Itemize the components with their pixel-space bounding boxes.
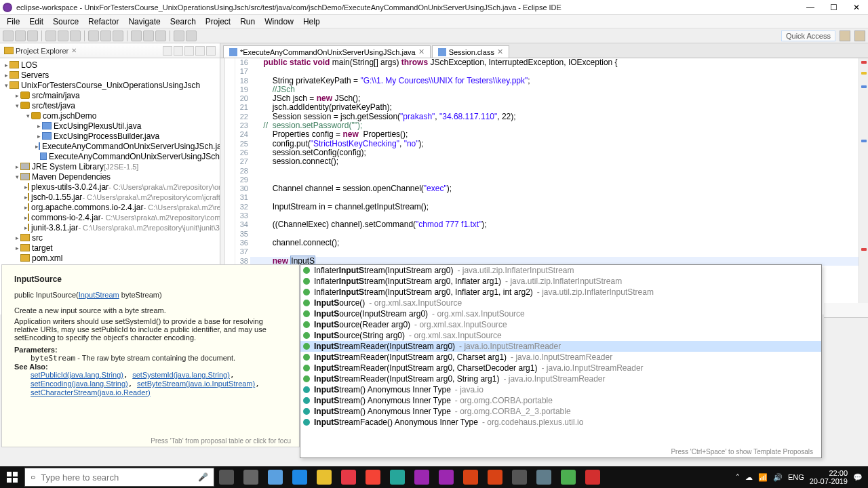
tree-item[interactable]: ▸src	[0, 232, 220, 243]
completion-item[interactable]: InflaterInputStream(InputStream arg0, In…	[300, 276, 821, 287]
close-view-icon[interactable]: ✕	[71, 47, 77, 54]
save-button[interactable]	[15, 30, 26, 41]
minimize-button[interactable]: —	[802, 3, 819, 12]
link-editor-button[interactable]	[174, 46, 183, 56]
completion-item[interactable]: InputSource(InputStream arg0) - org.xml.…	[300, 308, 821, 319]
doc-link[interactable]: setEncoding(java.lang.String)	[31, 380, 128, 388]
tree-item[interactable]: ▸ExcUsingProcessBuilder.java	[0, 131, 220, 141]
taskbar-app[interactable]	[556, 468, 580, 487]
tray-clock[interactable]: 22:00 20-07-2019	[810, 469, 848, 485]
taskbar-app[interactable]	[580, 468, 605, 487]
completion-item[interactable]: InputStream() Anonymous Inner Type - org…	[300, 395, 821, 406]
taskbar-app[interactable]	[458, 468, 483, 487]
debug-button[interactable]	[45, 30, 56, 41]
tree-item[interactable]: ▸org.apache.commons.io-2.4.jar - C:\User…	[0, 202, 220, 212]
completion-item[interactable]: InputStreamReader(InputStream arg0) - ja…	[300, 341, 821, 352]
tree-item[interactable]: ▾com.jschDemo	[0, 110, 220, 121]
search-button[interactable]	[131, 30, 142, 41]
tree-item[interactable]: pom.xml	[0, 253, 220, 263]
taskbar-app[interactable]	[288, 468, 312, 487]
close-tab-icon[interactable]: ✕	[497, 47, 503, 56]
completion-item[interactable]: InputStreamReader(InputStream arg0, Char…	[300, 363, 821, 373]
start-button[interactable]	[0, 466, 24, 488]
tree-twisty[interactable]: ▸	[14, 163, 20, 170]
open-type-button[interactable]	[113, 30, 123, 41]
view-menu-button[interactable]	[184, 46, 194, 56]
tree-item[interactable]: ▸Servers	[0, 70, 220, 80]
maximize-view-button[interactable]	[206, 46, 216, 56]
menu-help[interactable]: Help	[299, 16, 324, 28]
taskbar-app[interactable]	[507, 468, 532, 487]
autocomplete-popup[interactable]: InflaterInputStream(InputStream arg0) - …	[300, 264, 822, 458]
taskbar-app[interactable]	[361, 468, 385, 487]
menu-source[interactable]: Source	[49, 16, 83, 28]
tree-item[interactable]: ▾src/test/java	[0, 100, 220, 110]
coverage-button[interactable]	[70, 30, 81, 41]
tree-twisty[interactable]: ▸	[14, 245, 20, 251]
tree-item[interactable]: ExecuteAnyCommandOnUnixServerUsingJSch	[0, 151, 220, 161]
collapse-all-button[interactable]	[163, 46, 172, 56]
tree-twisty[interactable]: ▸	[35, 133, 42, 140]
toggle-button[interactable]	[143, 30, 154, 41]
tree-twisty[interactable]: ▾	[14, 102, 20, 109]
tree-item[interactable]: ▸src/main/java	[0, 90, 220, 100]
tree-item[interactable]: ▸commons-io-2.4.jar - C:\Users\praka\.m2…	[0, 212, 220, 222]
task-view-button[interactable]	[214, 468, 239, 487]
tree-item[interactable]: ▸junit-3.8.1.jar - C:\Users\praka\.m2\re…	[0, 222, 220, 232]
tree-twisty[interactable]: ▾	[24, 113, 31, 119]
annotate-button[interactable]	[155, 30, 166, 41]
new-button[interactable]	[3, 30, 14, 41]
menu-run[interactable]: Run	[236, 16, 259, 28]
tree-item[interactable]: ▸ExcUsingPlexusUtil.java	[0, 121, 220, 131]
menu-project[interactable]: Project	[201, 16, 235, 28]
tray-notifications-icon[interactable]: 💬	[853, 473, 863, 482]
tree-item[interactable]: ▾Maven Dependencies	[0, 171, 220, 182]
doc-type-link[interactable]: InputStream	[79, 291, 119, 299]
tree-twisty[interactable]: ▸	[3, 72, 9, 79]
tray-volume-icon[interactable]: 🔊	[773, 473, 783, 482]
completion-item[interactable]: InflaterInputStream(InputStream arg0) - …	[300, 265, 821, 276]
doc-link[interactable]: setSystemId(java.lang.String)	[132, 371, 230, 379]
taskbar-app[interactable]	[532, 468, 556, 487]
back-button[interactable]	[174, 30, 184, 41]
doc-link[interactable]: setByteStream(java.io.InputStream)	[137, 380, 255, 388]
taskbar-app[interactable]	[312, 468, 336, 487]
tree-item[interactable]: ▸ExecuteAnyCommandOnUnixServerUsingJSch.…	[0, 141, 220, 151]
menu-refactor[interactable]: Refactor	[84, 16, 123, 28]
tree-twisty[interactable]: ▾	[14, 174, 20, 180]
completion-item[interactable]: InputSource() - org.xml.sax.InputSource	[300, 298, 821, 308]
mic-icon[interactable]: 🎤	[198, 472, 208, 482]
completion-item[interactable]: InputStreamReader(InputStream arg0, Char…	[300, 352, 821, 363]
taskbar-app[interactable]	[410, 468, 434, 487]
tree-twisty[interactable]: ▸	[3, 62, 9, 68]
tree-twisty[interactable]: ▸	[14, 235, 20, 241]
tray-onedrive-icon[interactable]: ☁	[745, 473, 753, 482]
menu-window[interactable]: Window	[260, 16, 298, 28]
completion-item[interactable]: InputSource(Reader arg0) - org.xml.sax.I…	[300, 319, 821, 330]
tree-twisty[interactable]: ▸	[35, 123, 42, 129]
taskbar-app[interactable]	[263, 468, 288, 487]
tree-item[interactable]: ▸LOS	[0, 60, 220, 70]
editor-tab[interactable]: Session.class✕	[432, 45, 509, 58]
taskbar-app[interactable]	[434, 468, 458, 487]
taskbar-app[interactable]	[239, 468, 263, 487]
tree-item[interactable]: ▸plexus-utils-3.0.24.jar - C:\Users\prak…	[0, 182, 220, 192]
completion-item[interactable]: InputStream() Anonymous Inner Type - jav…	[300, 384, 821, 395]
perspective-java[interactable]	[840, 30, 850, 41]
editor-tab[interactable]: *ExecuteAnyCommandOnUnixServerUsingJSch.…	[223, 45, 431, 58]
scrollbar[interactable]	[859, 58, 868, 314]
tray-chevron-icon[interactable]: ˄	[736, 473, 740, 482]
run-button[interactable]	[58, 30, 68, 41]
completion-item[interactable]: InputStreamFacade() Anonymous Inner Type…	[300, 417, 821, 428]
doc-link[interactable]: setPublicId(java.lang.String)	[31, 371, 123, 379]
taskbar-app[interactable]	[483, 468, 507, 487]
tray-language[interactable]: ENG	[788, 473, 804, 481]
forward-button[interactable]	[186, 30, 197, 41]
completion-item[interactable]: InputSource(String arg0) - org.xml.sax.I…	[300, 330, 821, 341]
tree-twisty[interactable]: ▸	[14, 92, 20, 99]
menu-search[interactable]: Search	[166, 16, 200, 28]
search-input[interactable]	[41, 472, 193, 483]
menu-file[interactable]: File	[3, 16, 24, 28]
system-tray[interactable]: ˄ ☁ 📶 🔊 ENG 22:00 20-07-2019 💬	[736, 469, 868, 485]
menu-edit[interactable]: Edit	[25, 16, 47, 28]
